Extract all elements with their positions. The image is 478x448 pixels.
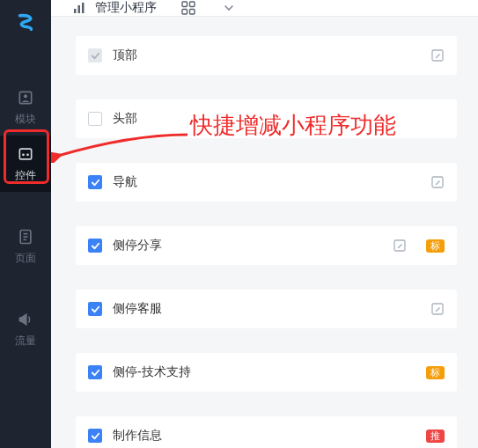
edit-button[interactable] [430, 302, 445, 316]
edit-icon[interactable] [430, 48, 445, 62]
svg-rect-10 [78, 5, 81, 13]
row-label: 侧停客服 [113, 301, 420, 317]
row-label: 侧停分享 [113, 238, 382, 253]
row-checkbox[interactable] [88, 239, 102, 253]
megaphone-icon [17, 311, 34, 328]
svg-rect-13 [190, 2, 195, 7]
row-badge: 标 [426, 239, 445, 253]
svg-rect-15 [190, 10, 195, 15]
topbar-title-group[interactable]: 管理小程序 [72, 0, 157, 16]
pages-icon [17, 228, 34, 246]
svg-point-4 [26, 153, 29, 156]
row-label: 顶部 [113, 48, 420, 63]
row-label: 制作信息 [113, 428, 407, 444]
widget-row[interactable]: 导航 [76, 163, 457, 202]
widget-row[interactable]: 头部 [76, 99, 457, 138]
sidebar-item-label: 流量 [15, 334, 36, 349]
row-checkbox [88, 48, 102, 62]
widgets-icon [17, 145, 34, 163]
svg-point-3 [22, 153, 25, 156]
row-label: 头部 [113, 111, 445, 127]
widget-row[interactable]: 顶部 [76, 36, 457, 75]
edit-icon[interactable] [393, 239, 407, 253]
edit-button[interactable] [430, 48, 445, 62]
module-icon [17, 89, 34, 106]
widget-row[interactable]: 侧停客服 [76, 290, 457, 328]
row-checkbox[interactable] [88, 175, 102, 189]
edit-icon[interactable] [430, 175, 445, 189]
row-label: 侧停-技术支持 [113, 364, 407, 380]
sidebar-item-traffic[interactable]: 流量 [0, 301, 51, 357]
widget-row[interactable]: 侧停分享标 [76, 226, 457, 265]
svg-rect-14 [182, 10, 188, 15]
app-logo-icon [16, 13, 35, 33]
topbar: 管理小程序 [51, 0, 478, 17]
widget-row[interactable]: 制作信息推 [76, 416, 457, 448]
content-list: 快捷增减小程序功能 顶部头部导航侧停分享标侧停客服侧停-技术支持标制作信息推 [51, 17, 478, 448]
svg-rect-12 [182, 2, 188, 7]
row-checkbox[interactable] [88, 365, 102, 379]
sidebar: 模块 控件 页面 流量 [0, 0, 51, 448]
sidebar-item-pages[interactable]: 页面 [0, 218, 51, 275]
bar-chart-icon [72, 1, 86, 15]
svg-rect-11 [82, 3, 85, 13]
edit-button[interactable] [430, 175, 445, 189]
edit-icon[interactable] [430, 302, 445, 316]
grid-icon [181, 1, 195, 15]
logo-container [0, 0, 51, 46]
svg-rect-9 [74, 9, 77, 13]
widget-row[interactable]: 侧停-技术支持标 [76, 353, 457, 392]
sidebar-item-modules[interactable]: 模块 [0, 79, 51, 136]
sidebar-item-label: 页面 [15, 251, 36, 266]
row-checkbox[interactable] [88, 302, 102, 316]
sidebar-item-label: 控件 [15, 168, 36, 183]
topbar-view-switch[interactable] [181, 1, 234, 15]
svg-rect-2 [19, 149, 31, 159]
sidebar-item-widgets[interactable]: 控件 [0, 136, 51, 192]
row-checkbox[interactable] [88, 429, 102, 443]
row-label: 导航 [113, 174, 420, 190]
topbar-title: 管理小程序 [95, 0, 157, 16]
row-badge: 标 [426, 366, 445, 379]
row-badge: 推 [426, 430, 445, 443]
row-checkbox[interactable] [88, 112, 102, 126]
svg-point-1 [24, 94, 27, 98]
main-area: 管理小程序 快捷增减小程序功能 顶部头部导航侧停分享标侧停客服侧停-技术支持标制… [51, 0, 478, 448]
chevron-down-icon [224, 3, 234, 13]
sidebar-item-label: 模块 [15, 112, 36, 127]
edit-button[interactable] [393, 239, 407, 253]
